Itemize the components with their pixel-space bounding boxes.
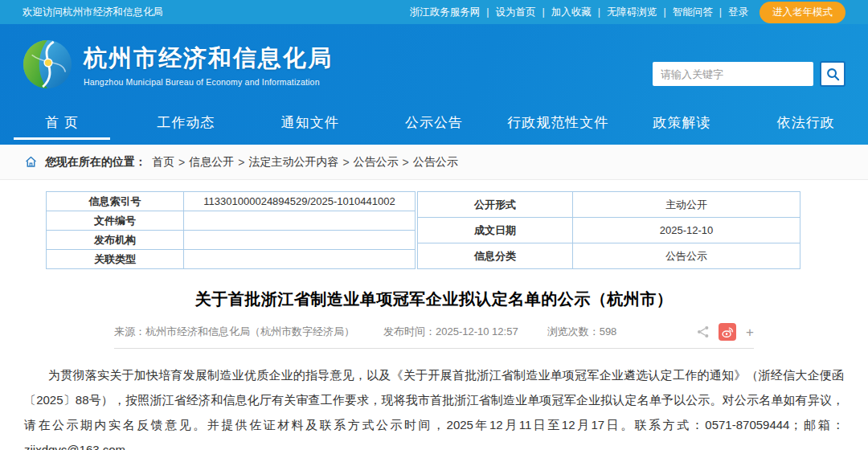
article-paragraph: 为贯彻落实关于加快培育发展制造业优质企业的指导意见，以及《关于开展首批浙江省制造… — [24, 362, 844, 450]
top-links: 浙江政务服务网 | 设为首页 | 加入收藏 | 无障碍浏览 | 智能问答 | 登… — [408, 2, 845, 23]
table-row: 公开形式 主动公开 — [418, 192, 800, 218]
site-banner: 杭州市经济和信息化局 Hangzhou Municipal Bureau of … — [0, 24, 868, 145]
search-button[interactable] — [820, 61, 845, 87]
breadcrumb: 您现在所在的位置： 首页 > 信息公开 > 法定主动公开内容 > 公告公示 > … — [0, 145, 868, 180]
issuing-agency-label: 发布机构 — [47, 231, 184, 250]
nav-notices[interactable]: 通知文件 — [248, 104, 372, 145]
site-search — [653, 61, 845, 87]
link-separator: | — [542, 6, 545, 18]
nav-announcements[interactable]: 公示公告 — [372, 104, 496, 145]
table-row: 成文日期 2025-12-10 — [418, 218, 800, 243]
link-add-favorite[interactable]: 加入收藏 — [550, 6, 593, 19]
breadcrumb-info-disclosure[interactable]: 信息公开 — [189, 155, 234, 170]
article-publish-time: 发布时间：2025-12-10 12:57 — [383, 325, 518, 339]
search-input[interactable] — [653, 62, 813, 86]
breadcrumb-separator: > — [178, 156, 185, 169]
table-row: 关联类型 — [47, 250, 416, 269]
weibo-share-icon[interactable] — [719, 323, 736, 341]
site-title: 杭州市经济和信息化局 — [84, 43, 333, 75]
bureau-logo-icon — [23, 39, 72, 89]
site-header: 杭州市经济和信息化局 Hangzhou Municipal Bureau of … — [0, 24, 868, 104]
link-separator: | — [598, 6, 600, 18]
breadcrumb-prefix: 您现在所在的位置： — [45, 155, 146, 170]
table-row: 信息分类 公告公示 — [418, 243, 800, 269]
search-icon — [825, 67, 841, 82]
related-type-label: 关联类型 — [47, 250, 184, 269]
table-row: 信息索引号 113301000024894529/2025-1010441002 — [47, 192, 416, 211]
info-category-value: 公告公示 — [573, 243, 800, 269]
nav-home[interactable]: 首 页 — [0, 104, 124, 145]
table-row: 发布机构 — [47, 231, 416, 250]
link-accessibility[interactable]: 无障碍浏览 — [605, 6, 659, 19]
issuing-agency-value — [184, 231, 416, 250]
breadcrumb-home[interactable]: 首页 — [152, 155, 174, 170]
doc-number-value — [184, 211, 416, 231]
breadcrumb-separator: > — [238, 156, 244, 169]
elder-mode-button[interactable]: 进入老年模式 — [760, 2, 845, 23]
info-table-right: 公开形式 主动公开 成文日期 2025-12-10 信息分类 公告公示 — [417, 191, 800, 269]
related-type-value — [184, 250, 416, 269]
share-tools: + — [696, 323, 754, 341]
more-share-icon[interactable]: + — [746, 325, 754, 339]
link-smart-qa[interactable]: 智能问答 — [671, 6, 714, 19]
article-meta: 来源：杭州市经济和信息化局（杭州市数字经济局） 发布时间：2025-12-10 … — [114, 323, 754, 341]
link-separator: | — [486, 6, 489, 18]
link-zhejiang-gov[interactable]: 浙江政务服务网 — [408, 6, 482, 19]
main-nav: 首 页 工作动态 通知文件 公示公告 行政规范性文件 政策解读 依法行政 — [0, 104, 868, 145]
breadcrumb-statutory-content[interactable]: 法定主动公开内容 — [248, 155, 338, 170]
top-utility-bar: 欢迎访问杭州市经济和信息化局 浙江政务服务网 | 设为首页 | 加入收藏 | 无… — [0, 0, 868, 24]
nav-policy-interpretation[interactable]: 政策解读 — [620, 104, 743, 145]
article-view-count: 浏览次数：598 — [547, 325, 617, 339]
site-subtitle: Hangzhou Municipal Bureau of Economy and… — [84, 77, 333, 87]
issue-date-label: 成文日期 — [418, 218, 573, 243]
meta-divider — [114, 348, 754, 349]
nav-work-news[interactable]: 工作动态 — [124, 104, 248, 145]
disclosure-form-label: 公开形式 — [418, 192, 573, 218]
link-login[interactable]: 登录 — [727, 6, 750, 19]
breadcrumb-separator: > — [342, 156, 349, 169]
link-set-homepage[interactable]: 设为首页 — [494, 6, 538, 19]
disclosure-form-value: 主动公开 — [573, 192, 800, 218]
nav-regulatory-docs[interactable]: 行政规范性文件 — [496, 104, 620, 145]
issue-date-value: 2025-12-10 — [573, 218, 800, 243]
link-separator: | — [664, 6, 666, 18]
page-title: 关于首批浙江省制造业单项冠军企业拟认定名单的公示（杭州市） — [0, 288, 868, 310]
welcome-text: 欢迎访问杭州市经济和信息化局 — [23, 6, 163, 19]
info-index-label: 信息索引号 — [47, 192, 184, 211]
info-index-value: 113301000024894529/2025-1010441002 — [184, 192, 416, 211]
article-body: 为贯彻落实关于加快培育发展制造业优质企业的指导意见，以及《关于开展首批浙江省制造… — [0, 362, 868, 450]
table-row: 文件编号 — [47, 211, 416, 231]
doc-number-label: 文件编号 — [47, 211, 184, 231]
home-icon — [24, 155, 38, 169]
site-title-block: 杭州市经济和信息化局 Hangzhou Municipal Bureau of … — [84, 43, 333, 87]
info-table-left: 信息索引号 113301000024894529/2025-1010441002… — [46, 191, 416, 269]
link-separator: | — [719, 6, 722, 18]
share-icon[interactable] — [696, 325, 710, 339]
breadcrumb-separator: > — [403, 156, 409, 169]
article-source: 来源：杭州市经济和信息化局（杭州市数字经济局） — [114, 325, 354, 339]
breadcrumb-announcements[interactable]: 公告公示 — [354, 155, 399, 170]
info-category-label: 信息分类 — [418, 243, 573, 269]
nav-law-administration[interactable]: 依法行政 — [744, 104, 868, 145]
breadcrumb-current[interactable]: 公告公示 — [413, 155, 458, 170]
document-info-tables: 信息索引号 113301000024894529/2025-1010441002… — [46, 191, 801, 269]
